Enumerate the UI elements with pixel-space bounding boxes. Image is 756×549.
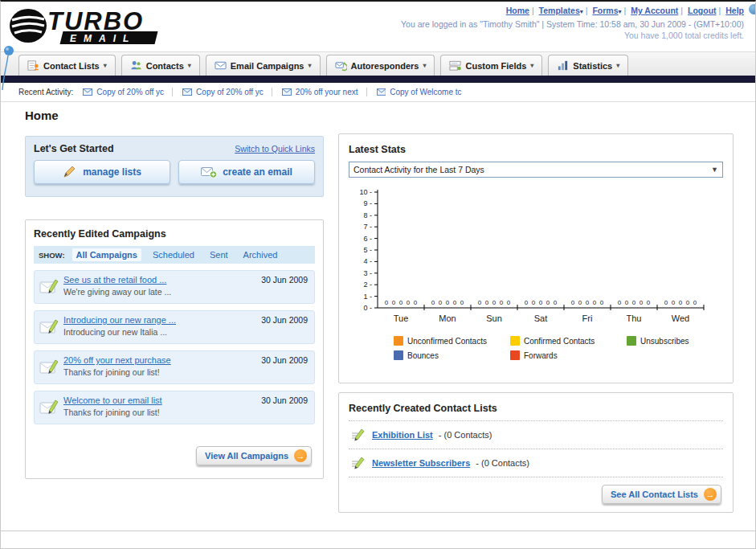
campaign-title-link[interactable]: 20% off your next purchase — [63, 355, 255, 365]
svg-text:0: 0 — [532, 299, 536, 306]
nav-divider-bar — [1, 76, 755, 83]
svg-text:0: 0 — [478, 299, 482, 306]
manage-lists-button[interactable]: manage lists — [34, 160, 170, 184]
tab-label: Statistics — [573, 61, 612, 71]
campaign-subtitle: Introducing our new Italia ... — [63, 327, 255, 337]
create-email-button[interactable]: create an email — [178, 160, 315, 184]
chevron-down-icon: ▾ — [619, 8, 622, 15]
tab-contact-lists[interactable]: Contact Lists ▾ — [18, 55, 116, 76]
tab-autoresponders[interactable]: Autoresponders ▾ — [326, 55, 435, 76]
tab-label: Contacts — [146, 61, 184, 71]
contact-list-count: - (0 Contacts) — [439, 430, 492, 440]
legend-label: Confirmed Contacts — [524, 337, 595, 346]
recent-activity-item[interactable]: Copy of Welcome tc — [375, 88, 470, 96]
recent-activity-item-label: 20% off your next — [296, 88, 358, 96]
svg-text:0: 0 — [407, 299, 411, 306]
recent-activity-item-label: Copy of Welcome tc — [390, 88, 461, 96]
svg-text:Thu: Thu — [627, 313, 642, 323]
filter-all-campaigns[interactable]: All Campaigns — [72, 248, 141, 261]
recent-activity-label: Recent Activity: — [18, 88, 73, 96]
campaign-subtitle: Thanks for joining our list! — [63, 408, 255, 417]
campaign-subtitle: We're giving away our late ... — [63, 287, 255, 297]
campaign-date: 30 Jun 2009 — [261, 355, 308, 379]
tab-email-campaigns[interactable]: Email Campaigns ▾ — [206, 55, 321, 76]
nav-link-help[interactable]: Help — [725, 6, 744, 15]
show-label: SHOW: — [39, 251, 65, 260]
chart-legend: Unconfirmed ContactsConfirmed ContactsUn… — [394, 334, 747, 363]
contact-list-name-link[interactable]: Newsletter Subscribers — [372, 458, 470, 468]
campaign-date: 30 Jun 2009 — [261, 395, 308, 420]
svg-text:0: 0 — [507, 299, 511, 306]
legend-label: Bounces — [407, 351, 439, 360]
stats-period-dropdown[interactable]: Contact Activity for the Last 7 Days ▼ — [349, 162, 723, 178]
svg-text:0: 0 — [578, 299, 582, 306]
filter-scheduled[interactable]: Scheduled — [149, 248, 198, 261]
svg-text:0: 0 — [525, 299, 529, 306]
svg-text:0: 0 — [539, 299, 543, 306]
recent-contact-lists-panel: Recently Created Contact Lists Exhibitio… — [338, 392, 734, 513]
pencil-icon — [350, 456, 366, 470]
see-all-contact-lists-button[interactable]: See All Contact Lists → — [602, 485, 721, 504]
nav-link-templates[interactable]: Templates — [539, 6, 580, 15]
recent-activity-item[interactable]: 20% off your next — [280, 88, 367, 96]
legend-item: Forwards — [510, 348, 627, 363]
campaign-edit-icon — [39, 395, 63, 420]
svg-text:0: 0 — [632, 299, 636, 306]
svg-text:0: 0 — [593, 299, 597, 306]
header-right: Home| Templates▾| Forms▾| My Account| Lo… — [401, 6, 744, 40]
campaign-row[interactable]: Welcome to our email list Thanks for joi… — [34, 391, 315, 424]
pencil-icon — [63, 166, 77, 178]
filter-archived[interactable]: Archived — [239, 248, 282, 261]
campaign-title-link[interactable]: Welcome to our email list — [63, 395, 255, 405]
campaign-row[interactable]: 20% off your next purchase Thanks for jo… — [34, 350, 315, 384]
tab-statistics[interactable]: Statistics ▾ — [548, 55, 628, 76]
svg-text:Mon: Mon — [439, 313, 456, 323]
switch-quick-links-link[interactable]: Switch to Quick Links — [235, 144, 315, 154]
svg-text:Wed: Wed — [672, 313, 689, 323]
nav-link-logout[interactable]: Logout — [688, 6, 717, 15]
contact-list-name-link[interactable]: Exhibition List — [372, 430, 433, 440]
svg-text:5 -: 5 - — [363, 246, 372, 254]
filter-sent[interactable]: Sent — [206, 248, 232, 261]
logo-balloon-decoration — [2, 45, 14, 92]
svg-text:0: 0 — [679, 299, 683, 306]
campaign-title-link[interactable]: Introducing our new range ... — [63, 315, 255, 325]
tab-custom-fields[interactable]: Custom Fields ▾ — [440, 55, 542, 76]
svg-text:0: 0 — [446, 299, 450, 306]
svg-text:10 -: 10 - — [359, 188, 372, 196]
nav-link-home[interactable]: Home — [506, 6, 529, 15]
view-all-campaigns-button[interactable]: View All Campaigns → — [196, 446, 312, 465]
contact-list-item[interactable]: Exhibition List - (0 Contacts) — [349, 421, 723, 449]
legend-label: Unsubscribes — [640, 337, 689, 346]
campaign-title-link[interactable]: See us at the retail food ... — [63, 275, 255, 285]
campaign-edit-icon — [39, 355, 63, 379]
statistics-icon — [557, 59, 569, 72]
svg-text:0: 0 — [385, 299, 389, 306]
chevron-down-icon: ▾ — [423, 62, 426, 69]
campaign-row[interactable]: Introducing our new range ... Introducin… — [34, 310, 315, 344]
svg-text:0: 0 — [554, 299, 558, 306]
contact-list-item[interactable]: Newsletter Subscribers - (0 Contacts) — [349, 449, 723, 477]
svg-text:0: 0 — [600, 299, 604, 306]
tab-contacts[interactable]: Contacts ▾ — [121, 55, 200, 76]
recent-activity-item[interactable]: Copy of 20% off yc — [81, 88, 173, 96]
turbo-email-logo[interactable]: TURBO EMAIL — [7, 4, 216, 51]
svg-text:Sat: Sat — [534, 313, 548, 323]
recent-activity-item-label: Copy of 20% off yc — [196, 88, 264, 96]
recent-activity-item[interactable]: Copy of 20% off yc — [181, 88, 272, 96]
svg-text:0: 0 — [546, 299, 550, 306]
nav-link-my-account[interactable]: My Account — [631, 6, 678, 15]
legend-swatch — [510, 350, 520, 360]
campaign-row[interactable]: See us at the retail food ... We're givi… — [34, 270, 315, 304]
svg-text:1 -: 1 - — [363, 293, 372, 301]
envelope-icon — [282, 88, 292, 96]
see-all-contact-lists-label: See All Contact Lists — [611, 490, 698, 499]
chevron-down-icon: ▾ — [530, 62, 533, 69]
svg-text:0: 0 — [664, 299, 668, 306]
main-content: Home Let's Get Started Switch to Quick L… — [1, 102, 755, 531]
nav-separator: | — [586, 6, 588, 15]
nav-link-forms[interactable]: Forms — [592, 6, 618, 15]
arrow-circle-icon: → — [704, 488, 717, 501]
svg-text:0: 0 — [693, 299, 697, 306]
svg-text:0: 0 — [500, 299, 504, 306]
